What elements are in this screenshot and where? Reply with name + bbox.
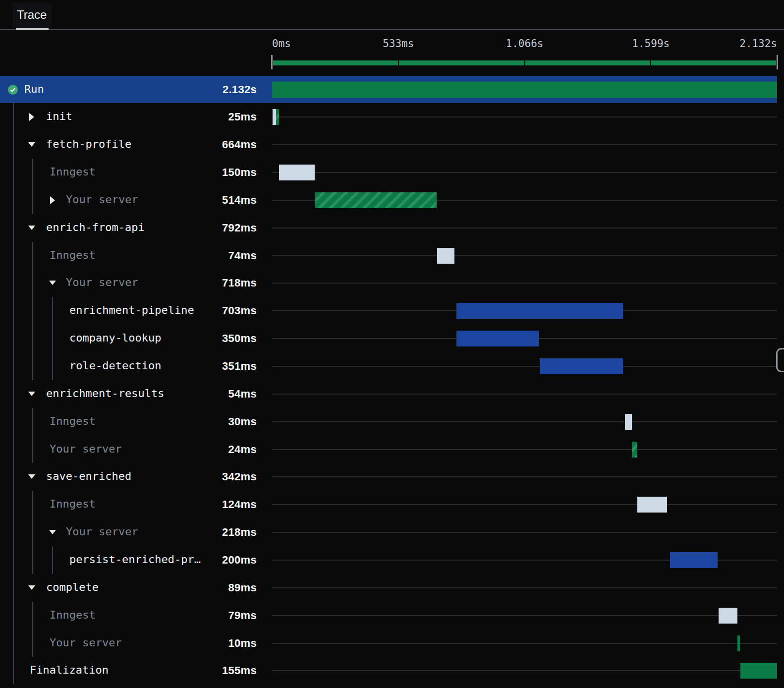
span-duration: 200ms <box>0 554 257 567</box>
span-duration: 79ms <box>0 609 257 622</box>
trace-row-finalization[interactable]: Finalization155ms <box>0 657 777 685</box>
row-timeline-guide <box>272 421 777 422</box>
trace-row-inngest[interactable]: Inngest74ms <box>0 242 777 270</box>
tree-guide-line <box>32 242 33 380</box>
ruler-label: 1.599s <box>632 38 670 50</box>
row-timeline-guide <box>272 172 777 173</box>
span-duration: 89ms <box>0 581 257 594</box>
ruler-right-edge <box>777 55 778 69</box>
span-bar-inngest[interactable] <box>273 109 276 125</box>
span-bar-green[interactable] <box>740 663 777 679</box>
ruler-label: 1.066s <box>506 38 544 50</box>
span-duration: 351ms <box>0 360 257 373</box>
span-bar-blue[interactable] <box>670 552 718 568</box>
span-bar-blue[interactable] <box>456 303 623 319</box>
row-timeline-guide <box>272 504 777 505</box>
row-timeline-guide <box>272 366 777 367</box>
span-bar-hatch[interactable] <box>315 192 437 208</box>
span-bar-blue[interactable] <box>456 331 539 346</box>
span-duration: 54ms <box>0 388 257 401</box>
trace-row-your-server[interactable]: Your server218ms <box>0 518 777 546</box>
span-duration: 218ms <box>0 526 257 539</box>
tree-guide-line <box>52 546 53 574</box>
trace-row-inngest[interactable]: Inngest30ms <box>0 408 777 436</box>
span-bar-inngest[interactable] <box>437 248 454 264</box>
row-timeline-guide <box>272 394 777 395</box>
span-bar-hatch[interactable] <box>276 109 279 125</box>
header: Trace <box>0 0 784 30</box>
span-bar-blue[interactable] <box>540 358 623 374</box>
span-bar-run[interactable] <box>272 81 777 98</box>
ruler-left-edge <box>271 55 273 69</box>
trace-row-persist-enriched-pr-[interactable]: persist-enriched-pr…200ms <box>0 546 777 574</box>
row-timeline-guide <box>272 283 777 284</box>
span-duration: 664ms <box>0 138 257 151</box>
trace-row-fetch-profile[interactable]: fetch-profile664ms <box>0 131 777 159</box>
trace-row-inngest[interactable]: Inngest124ms <box>0 491 777 518</box>
span-duration: 10ms <box>0 637 257 650</box>
tree-guide-line <box>32 159 33 214</box>
tab-trace[interactable]: Trace <box>17 8 47 22</box>
row-timeline-guide <box>272 116 777 117</box>
span-duration: 718ms <box>0 277 257 289</box>
span-duration: 2.132s <box>0 83 257 96</box>
row-timeline-guide <box>272 643 777 644</box>
trace-row-your-server[interactable]: Your server514ms <box>0 186 777 214</box>
span-duration: 150ms <box>0 166 257 179</box>
span-duration: 25ms <box>0 111 257 123</box>
row-timeline-guide <box>272 587 777 588</box>
span-duration: 30ms <box>0 415 257 428</box>
ruler-tick <box>398 59 399 66</box>
tree-guide-line <box>32 602 33 657</box>
span-duration: 342ms <box>0 470 257 483</box>
span-duration: 24ms <box>0 443 257 456</box>
tree-guide-line <box>32 491 33 574</box>
ruler-label: 0ms <box>272 38 291 50</box>
trace-row-complete[interactable]: complete89ms <box>0 574 777 602</box>
row-timeline-guide <box>272 255 777 256</box>
trace-row-enrich-from-api[interactable]: enrich-from-api792ms <box>0 214 777 242</box>
trace-row-init[interactable]: init25ms <box>0 103 777 131</box>
span-bar-inngest[interactable] <box>279 165 315 180</box>
span-duration: 350ms <box>0 332 257 345</box>
span-duration: 124ms <box>0 498 257 511</box>
ruler-label: 2.132s <box>739 38 777 50</box>
row-timeline-guide <box>272 532 777 533</box>
row-timeline-guide <box>272 670 777 671</box>
trace-row-your-server[interactable]: Your server10ms <box>0 630 777 657</box>
trace-row-company-lookup[interactable]: company-lookup350ms <box>0 325 777 352</box>
span-duration: 155ms <box>0 664 257 677</box>
trace-row-inngest[interactable]: Inngest150ms <box>0 159 777 186</box>
tab-trace-underline <box>16 28 49 30</box>
span-duration: 74ms <box>0 249 257 262</box>
span-bar-inngest[interactable] <box>625 414 632 430</box>
span-duration: 514ms <box>0 194 257 207</box>
trace-row-role-detection[interactable]: role-detection351ms <box>0 352 777 380</box>
row-timeline-guide <box>272 615 777 616</box>
trace-row-your-server[interactable]: Your server718ms <box>0 270 777 297</box>
ruler-label: 533ms <box>383 38 414 50</box>
span-bar-green[interactable] <box>737 635 740 651</box>
trace-row-run[interactable]: Run2.132s <box>0 76 777 104</box>
row-timeline-guide <box>272 449 777 450</box>
span-duration: 792ms <box>0 222 257 234</box>
trace-row-save-enriched[interactable]: save-enriched342ms <box>0 463 777 491</box>
trace-row-enrichment-pipeline[interactable]: enrichment-pipeline703ms <box>0 297 777 325</box>
row-timeline-guide <box>272 476 777 477</box>
ruler-tick <box>650 59 651 66</box>
row-timeline-guide <box>272 144 777 145</box>
scrollbar-thumb[interactable] <box>776 348 784 372</box>
ruler-tick <box>524 59 525 66</box>
row-timeline-guide <box>272 228 777 229</box>
tree-guide-line <box>13 103 14 685</box>
span-duration: 703ms <box>0 304 257 317</box>
span-bar-inngest[interactable] <box>637 497 667 513</box>
trace-row-your-server[interactable]: Your server24ms <box>0 436 777 463</box>
trace-row-enrichment-results[interactable]: enrichment-results54ms <box>0 380 777 408</box>
span-bar-hatch[interactable] <box>632 442 637 458</box>
span-bar-inngest[interactable] <box>719 608 737 624</box>
trace-row-inngest[interactable]: Inngest79ms <box>0 602 777 630</box>
tree-guide-line <box>32 408 33 463</box>
tree-guide-line <box>52 297 53 380</box>
